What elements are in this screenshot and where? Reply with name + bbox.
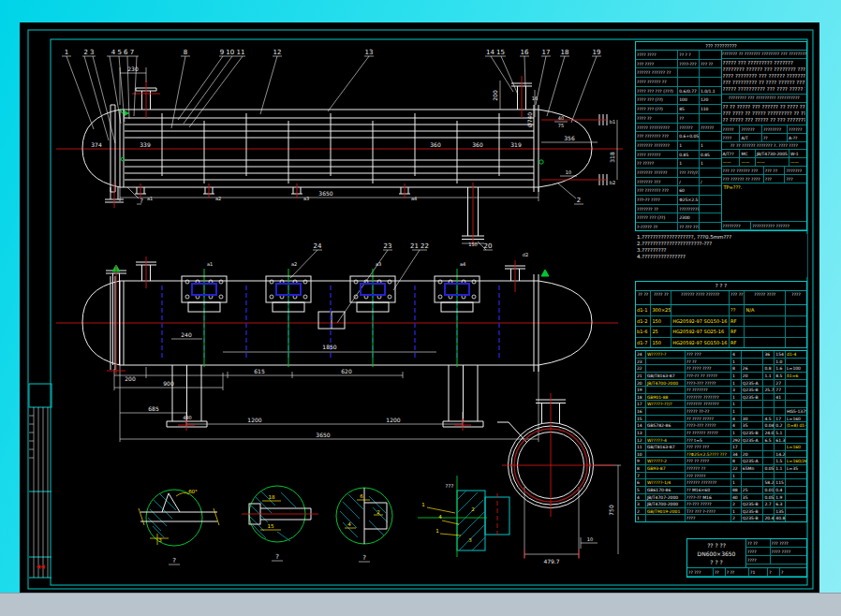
- callout-17: 17: [542, 49, 551, 56]
- dim-360a: 360: [430, 141, 441, 148]
- label-a3: a3: [303, 196, 309, 201]
- label-b2: b2: [610, 180, 615, 185]
- det-label-2: ?: [275, 553, 279, 561]
- spec-grid-c: ??? ?? ?????? ?????? ???????????? ??????…: [722, 167, 807, 183]
- det-w1: 1: [421, 502, 425, 507]
- label-a2: a2: [215, 196, 221, 201]
- general-notes: 1.???????????????????, ???0.5mm???2.????…: [637, 234, 807, 277]
- dim-150: 150: [468, 242, 478, 247]
- view2-outside-view: 240 1850 200 615 620 900 685 480 1200 12…: [56, 252, 618, 442]
- spec-paragraphs: ????? ??? ????????? ??????????????? ????…: [722, 59, 807, 94]
- dim-900: 900: [163, 380, 174, 387]
- dim-240: 240: [181, 331, 192, 338]
- label-d2: d2: [523, 252, 528, 257]
- dim-230: 230: [127, 66, 139, 72]
- detail-views: 60° 3 18 15 6 2 4 1 4 2 1 3 ? ? ? ???: [139, 476, 509, 565]
- title-line-3: ? ? ?: [687, 558, 745, 566]
- callout-4567: 4 5 6 7: [111, 49, 135, 56]
- dim-10-end: 10: [587, 536, 593, 542]
- det-dim-6: 6: [360, 493, 363, 499]
- end-view: 479.7 750 10: [497, 393, 621, 565]
- spec-parameters: ???? ?????? ? ???? ????????-?????? ?????…: [636, 51, 722, 230]
- det-label-1: ?: [172, 557, 176, 565]
- callout-13: 13: [365, 49, 374, 56]
- dim-479-7: 479.7: [543, 558, 559, 565]
- label-a2-v2: a2: [291, 261, 297, 267]
- label-a4: a4: [411, 196, 417, 201]
- nozzle-header: ?? ?????? ???????? ???? ????????? ??????…: [636, 291, 806, 305]
- title-block-bottom: ?? ?????? ???1??: [687, 567, 806, 577]
- callout-21-22: 21 22: [410, 242, 429, 250]
- nozzle-title: ? ? ?: [636, 282, 806, 291]
- dim-1850: 1850: [322, 344, 336, 350]
- dim-740: Ø740: [526, 112, 533, 127]
- dim-75: 75: [558, 123, 564, 128]
- dim-615: 615: [254, 368, 265, 374]
- callout-23: 23: [384, 242, 392, 250]
- callout-2-3: 2 3: [83, 49, 94, 56]
- callout-9-10-11: 9 10 11: [220, 49, 245, 56]
- det-dim-2: 2: [376, 509, 380, 515]
- screenshot-stage: ◀◀: [0, 0, 841, 616]
- dim-3650-v2: 3650: [316, 432, 330, 438]
- spec-subtitle: ???????? ??? ????????? ??????????: [722, 94, 807, 103]
- det-dim-18: 18: [269, 494, 275, 500]
- dim-356: 356: [564, 135, 575, 141]
- spec-bottom-row: ?????????????????? ??????: [722, 221, 807, 230]
- nozzle-rows: d1-1300×250??N/Ad1-2150HG20592-97 SO150-…: [636, 305, 806, 348]
- spec-grid-b-title: ?? ?? ?????? ??????? ?. ???? ????: [722, 142, 807, 150]
- label-a1: a1: [147, 196, 153, 201]
- spec-paragraphs-2: ?? ?? ????? ??? ?????? ?? ???? ?? ??? ??…: [722, 103, 807, 125]
- nozzle-schedule: ? ? ? ?? ?????? ???????? ???? ????????? …: [635, 281, 807, 348]
- dim-339: 339: [140, 141, 151, 148]
- callout-12: 12: [273, 49, 282, 56]
- dim-1200b: 1200: [386, 417, 400, 423]
- spec-yellow-note: TP=???.: [722, 183, 807, 191]
- callout-16: 16: [521, 49, 529, 56]
- det-dim-15: 15: [268, 523, 274, 529]
- det-dim-3: 3: [158, 537, 162, 543]
- dim-685: 685: [148, 405, 159, 412]
- dim-1200a: 1200: [247, 417, 261, 423]
- dim-200-v2: 200: [125, 375, 136, 382]
- det-w2: 4: [438, 514, 442, 520]
- det-label-4: ???: [446, 483, 454, 489]
- callout-8: 8: [184, 49, 187, 56]
- spec-title: ??? ?????????: [636, 42, 806, 51]
- callout-balloons-top: 1 2 3 4 5 6 7 8 9 10 11 12 13 14 15 16 1…: [62, 49, 601, 143]
- callout-1: 1: [65, 49, 68, 56]
- spec-requirements: ??????? ?? ??????? ???????? ??? ????????…: [722, 51, 807, 230]
- design-spec-table: ??? ????????? ???? ?????? ? ???? ???????…: [635, 41, 807, 231]
- spec-grid-a: ?????????????????????????????A/T??A-??: [722, 125, 807, 142]
- dim-480: 480: [183, 415, 192, 420]
- label-a4-v2: a4: [460, 261, 465, 267]
- drawing-title: ?? ? ?? DN600×3650 ? ? ?: [687, 539, 746, 567]
- dim-374: 374: [91, 141, 102, 148]
- dim-750: 750: [608, 505, 614, 516]
- spec-right-title: ??????? ?? ??????? ???????? ??? ????????…: [722, 51, 807, 59]
- callout-19: 19: [593, 49, 601, 56]
- label-a1-v2: a1: [207, 261, 213, 267]
- dim-3650-v1: 3650: [318, 190, 332, 197]
- dim-40: 40: [558, 115, 564, 121]
- title-block-right: ?? ????? ???????????? ????????: [746, 539, 806, 567]
- dim-318: 318: [609, 152, 615, 163]
- dim-10-v1: 10: [566, 169, 571, 175]
- title-block: ?? ? ?? DN600×3650 ? ? ? ?? ????? ??????…: [686, 538, 807, 578]
- label-b1: b1: [610, 119, 615, 125]
- title-line-1: ?? ? ??: [687, 541, 745, 550]
- det-label-3: ?: [362, 554, 366, 562]
- strip-red-mark: ◀◀: [36, 563, 45, 569]
- dim-200-v1: 200: [492, 90, 498, 101]
- callout-14-15: 14 15: [486, 49, 505, 56]
- view1-longitudinal-section: 230 374 339 360 360 319 3650 200 Ø740 16…: [56, 66, 623, 247]
- dim-620: 620: [341, 368, 352, 374]
- dim-319: 319: [510, 141, 522, 148]
- callout-24: 24: [314, 242, 322, 250]
- title-line-2: DN600×3650: [687, 550, 745, 558]
- label-a3-v2: a3: [376, 261, 381, 267]
- det-dim-4: 4: [347, 521, 351, 527]
- spec-grid-b: A/T??MCJB/T4730-2005W-1————————: [722, 150, 807, 167]
- callout-item2: 2: [577, 197, 581, 204]
- det-w3: 2: [471, 506, 475, 512]
